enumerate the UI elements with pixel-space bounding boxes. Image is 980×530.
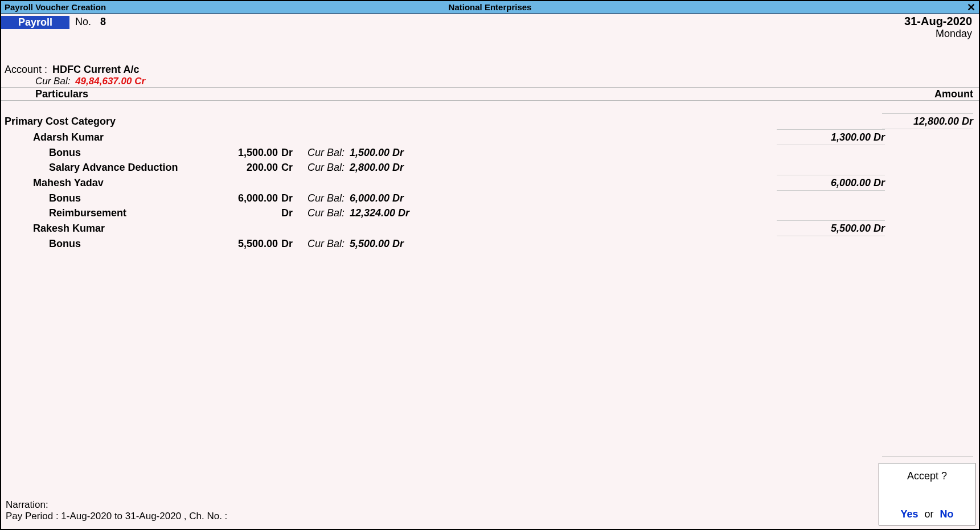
payhead-amount[interactable]: 5,500.00 [221,236,278,251]
employee-amount: 1,300.00 Dr [777,129,885,145]
employee-amount: 5,500.00 Dr [777,220,885,236]
payhead-amount[interactable]: 200.00 [221,160,278,175]
payhead-amount[interactable]: 6,000.00 [221,191,278,206]
payhead-name[interactable]: Bonus [5,191,221,206]
titlebar-title: Payroll Voucher Creation [5,2,106,12]
payhead-drcr: Dr [278,145,301,160]
narration-text[interactable]: Pay Period : 1-Aug-2020 to 31-Aug-2020 ,… [6,511,227,522]
accept-title: Accept ? [907,470,947,482]
voucher-content: Primary Cost Category 12,800.00 Dr Adars… [1,101,979,529]
payhead-curbal-value: 2,800.00 Dr [346,160,404,175]
account-curbal-label: Cur Bal: [35,76,70,87]
employee-name[interactable]: Adarsh Kumar [5,130,777,145]
cost-category-name[interactable]: Primary Cost Category [5,114,882,129]
payhead-drcr: Dr [278,236,301,251]
voucher-no-value[interactable]: 8 [100,15,106,28]
payhead-curbal-value: 1,500.00 Dr [346,145,404,160]
accept-or-text: or [925,508,934,520]
close-icon[interactable]: ✕ [967,1,975,14]
payhead-name[interactable]: Bonus [5,236,221,251]
employee-name[interactable]: Mahesh Yadav [5,175,777,190]
accept-no-button[interactable]: No [940,508,954,520]
narration-label: Narration: [6,499,227,511]
voucher-window: Payroll Voucher Creation National Enterp… [0,0,980,530]
cost-category-amount: 12,800.00 Dr [882,113,973,129]
payhead-drcr: Dr [278,206,301,220]
column-headers: Particulars Amount [1,87,979,101]
payhead-curbal-label: Cur Bal: [301,191,346,206]
accept-dialog: Accept ? Yes or No [879,463,975,525]
voucher-no-label: No. [75,15,91,28]
body-area: Payroll No. 8 31-Aug-2020 Monday Account… [1,14,979,529]
header-particulars: Particulars [35,88,882,100]
voucher-day: Monday [904,28,972,40]
payhead-curbal-label: Cur Bal: [301,145,346,160]
payhead-name[interactable]: Salary Advance Deduction [5,160,221,175]
payhead-curbal-value: 12,324.00 Dr [346,206,409,220]
voucher-type-badge[interactable]: Payroll [1,16,69,29]
accept-yes-button[interactable]: Yes [900,508,918,520]
payhead-name[interactable]: Bonus [5,145,221,160]
payhead-drcr: Cr [278,160,301,175]
payhead-drcr: Dr [278,191,301,206]
titlebar: Payroll Voucher Creation National Enterp… [1,1,979,14]
employee-name[interactable]: Rakesh Kumar [5,221,777,236]
header-amount: Amount [882,88,973,100]
payhead-curbal-label: Cur Bal: [301,160,346,175]
account-label: Account : [5,64,47,75]
payhead-curbal-value: 6,000.00 Dr [346,191,404,206]
payhead-amount[interactable]: 1,500.00 [221,145,278,160]
voucher-date[interactable]: 31-Aug-2020 [904,15,972,28]
payhead-curbal-label: Cur Bal: [301,236,346,251]
payhead-curbal-value: 5,500.00 Dr [346,236,404,251]
account-name[interactable]: HDFC Current A/c [52,64,139,75]
company-name: National Enterprises [449,2,532,12]
employee-amount: 6,000.00 Dr [777,175,885,191]
payhead-name[interactable]: Reimbursement [5,206,221,220]
payhead-curbal-label: Cur Bal: [301,206,346,220]
account-curbal-value: 49,84,637.00 Cr [75,76,145,87]
